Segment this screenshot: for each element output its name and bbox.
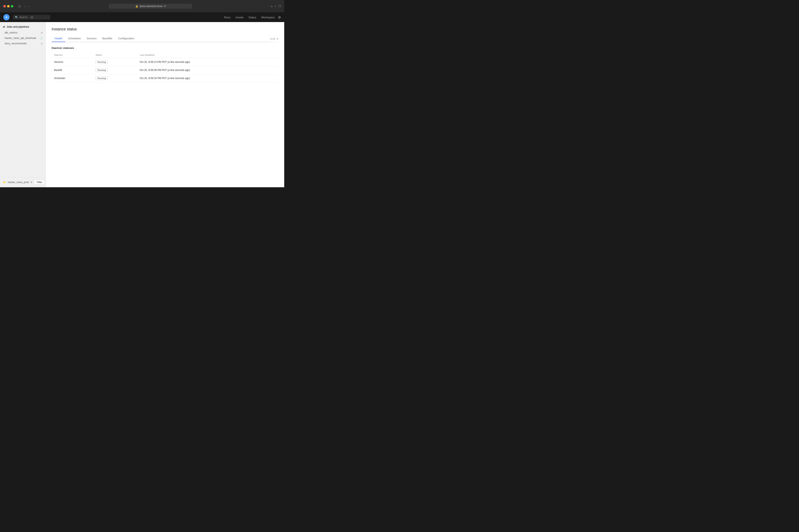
share-icon[interactable]: ⎋: [271, 4, 272, 8]
clock-icon: 🕐: [40, 37, 43, 40]
nav-assets[interactable]: Assets: [235, 16, 244, 19]
url-text: demo.elementl.show: [140, 5, 163, 8]
top-nav: 🔍 Search... / Runs Assets Status Workspa…: [0, 13, 284, 22]
tabs: Health Schedules Sensors Backfills Confi…: [52, 35, 270, 42]
nav-status[interactable]: Status: [248, 16, 256, 19]
page-title: Instance status: [52, 27, 279, 32]
back-button[interactable]: ‹: [23, 4, 26, 8]
search-bar[interactable]: 🔍 Search... /: [13, 15, 50, 20]
traffic-lights: [3, 5, 13, 7]
maximize-button[interactable]: [11, 5, 13, 7]
browser-actions: ⎋ + ❐: [271, 4, 281, 8]
table-row: BackfillRunningOct 20, 8:59:36 PM PDT (a…: [52, 66, 279, 74]
table-row: SensorsRunningOct 20, 8:59:13 PM PDT (a …: [52, 58, 279, 66]
duplicate-icon[interactable]: ❐: [278, 4, 281, 8]
sidebar-item-label: hacker_news_api_download: [4, 37, 40, 40]
tab-schedules[interactable]: Schedules: [65, 35, 84, 42]
refresh-icon[interactable]: ↺: [31, 181, 32, 184]
table-header-row: Daemon Status Last heartbeat: [52, 52, 279, 58]
daemon-name: Backfill: [52, 66, 93, 74]
sidebar-section-title: ⇄ Jobs and pipelines: [0, 24, 45, 30]
sidebar-item-dbt-metrics[interactable]: dbt_metrics ⇄: [0, 30, 45, 35]
col-header-daemon: Daemon: [52, 52, 93, 58]
settings-icon[interactable]: ⚙: [278, 15, 281, 19]
sidebar: ⇄ Jobs and pipelines dbt_metrics ⇄ hacke…: [0, 22, 46, 187]
refresh-icon[interactable]: ↺: [276, 37, 279, 40]
tab-area: 🔒 demo.elementl.show ↺: [33, 4, 268, 9]
daemon-heartbeat: Oct 20, 8:59:13 PM PDT (a few seconds ag…: [137, 58, 279, 66]
col-header-heartbeat: Last heartbeat: [137, 52, 279, 58]
tab-sensors[interactable]: Sensors: [84, 35, 99, 42]
table-row: SchedulerRunningOct 20, 8:59:34 PM PDT (…: [52, 74, 279, 82]
sidebar-bottom: 📁 hacker_news_prod ↺ Filter: [0, 177, 45, 187]
address-bar[interactable]: 🔒 demo.elementl.show ↺: [109, 4, 192, 9]
main-content: Instance status Health Schedules Sensors…: [46, 22, 284, 187]
browser-navigation: ⊡ ‹ ›: [18, 4, 30, 8]
top-nav-links: Runs Assets Status Workspace: [224, 16, 275, 19]
refresh-icon[interactable]: ↺: [164, 5, 166, 8]
filter-button[interactable]: Filter: [34, 180, 45, 185]
daemon-table: Daemon Status Last heartbeat SensorsRunn…: [52, 52, 279, 82]
tab-health[interactable]: Health: [52, 35, 65, 42]
tab-backfills[interactable]: Backfills: [99, 35, 115, 42]
daemon-name: Scheduler: [52, 74, 93, 82]
forward-button[interactable]: ›: [28, 4, 31, 8]
folder-icon: 📁: [3, 181, 6, 184]
logo: [3, 14, 9, 20]
refresh-timer: 0:10 ↺: [270, 37, 279, 42]
search-icon: 🔍: [15, 16, 18, 19]
daemon-status: Running: [93, 66, 137, 74]
status-badge: Running: [95, 76, 108, 80]
timer-text: 0:10: [270, 37, 275, 40]
sidebar-item-label: story_recommender: [4, 42, 41, 45]
search-kbd: /: [31, 16, 33, 19]
col-header-status: Status: [93, 52, 137, 58]
sidebar-item-label: dbt_metrics: [4, 31, 41, 34]
daemon-name: Sensors: [52, 58, 93, 66]
pipeline-icon: ⇄: [41, 42, 43, 45]
daemon-status: Running: [93, 58, 137, 66]
status-badge: Running: [95, 68, 108, 72]
tab-configuration[interactable]: Configuration: [115, 35, 137, 42]
workspace-label: hacker_news_prod: [8, 181, 29, 184]
window-icon: ⊡: [18, 4, 22, 8]
minimize-button[interactable]: [7, 5, 9, 7]
tabs-row: Health Schedules Sensors Backfills Confi…: [52, 35, 279, 42]
sidebar-item-story-recommender[interactable]: story_recommender ⇄: [0, 41, 45, 46]
sidebar-title-text: Jobs and pipelines: [7, 25, 29, 28]
sidebar-item-hacker-news[interactable]: hacker_news_api_download 🕐: [0, 35, 45, 41]
status-badge: Running: [95, 60, 108, 64]
main-layout: ⇄ Jobs and pipelines dbt_metrics ⇄ hacke…: [0, 22, 284, 187]
daemon-status: Running: [93, 74, 137, 82]
search-placeholder: Search...: [19, 16, 29, 19]
section-title: Daemon statuses: [52, 46, 279, 50]
nav-runs[interactable]: Runs: [224, 16, 230, 19]
daemon-heartbeat: Oct 20, 8:59:34 PM PDT (a few seconds ag…: [137, 74, 279, 82]
new-tab-icon[interactable]: +: [274, 4, 276, 8]
pipeline-icon: ⇄: [3, 25, 5, 28]
lock-icon: 🔒: [135, 5, 138, 8]
app: 🔍 Search... / Runs Assets Status Workspa…: [0, 13, 284, 187]
browser-chrome: ⊡ ‹ › 🔒 demo.elementl.show ↺ ⎋ + ❐: [0, 0, 284, 13]
pipeline-icon: ⇄: [41, 32, 43, 34]
close-button[interactable]: [3, 5, 6, 7]
daemon-heartbeat: Oct 20, 8:59:36 PM PDT (a few seconds ag…: [137, 66, 279, 74]
nav-workspace[interactable]: Workspace: [261, 16, 275, 19]
